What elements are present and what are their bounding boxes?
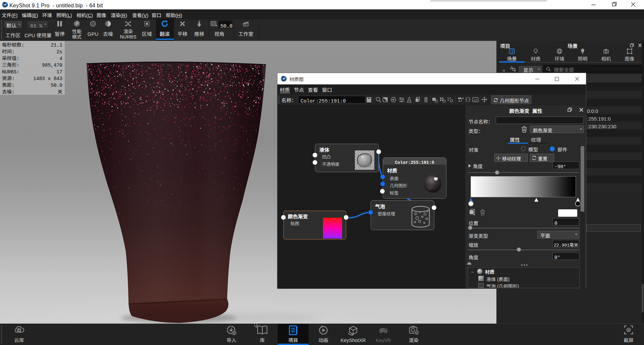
svg-text:100: 100 [473, 98, 478, 101]
